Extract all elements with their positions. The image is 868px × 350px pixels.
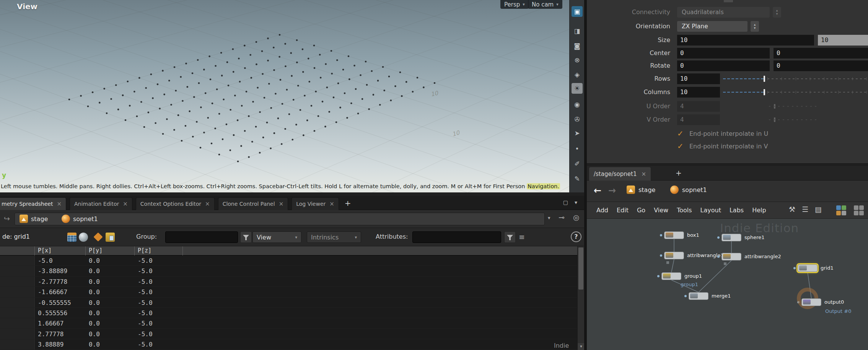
orientation-spinner[interactable]: ▴▾ [751,21,759,32]
pin-pane-icon[interactable]: ⊸ [559,213,565,221]
pane-tab[interactable]: Clone Control Panel× [218,197,288,210]
connectivity-dropdown[interactable]: Quadrilaterals [677,7,770,18]
attributes-filter-button[interactable] [504,231,516,243]
points-mode-icon[interactable] [67,233,77,242]
node-flag[interactable] [793,267,796,269]
spreadsheet-row[interactable]: -0.5555550.0-5.0 [0,298,577,308]
checkbox-endpoint-v[interactable]: ✓ [677,142,684,151]
spreadsheet-row[interactable]: 2.777780.0-5.0 [0,329,577,339]
marker-icon[interactable]: • [572,143,583,154]
menu-edit[interactable]: Edit [612,202,633,219]
node-body[interactable] [664,231,684,239]
detail-mode-icon[interactable] [106,233,115,242]
node-body[interactable] [721,234,741,241]
size-y-field[interactable]: 10 [818,35,868,46]
spreadsheet-row[interactable]: -3.888890.0-5.0 [0,266,577,276]
scroll-down-icon[interactable]: ▾ [578,343,585,350]
new-network-tab-button[interactable]: + [676,169,682,177]
col-header-px[interactable]: P[x] [35,246,86,256]
node-flag[interactable] [660,254,662,257]
camera-icon[interactable]: ◉ [572,99,583,110]
help-button[interactable]: ? [571,231,581,242]
pane-splitter[interactable] [584,0,587,350]
group-filter-button[interactable] [240,231,252,243]
pane-maximize-icon[interactable]: ▢ [563,199,568,205]
col-header-pz[interactable]: P[z] [135,246,183,256]
node-flag[interactable] [657,275,660,277]
rotate-y-field[interactable]: 0 [774,60,868,71]
menu-labs[interactable]: Labs [725,202,748,219]
pane-layout-icon[interactable] [854,205,864,215]
node-body[interactable] [798,264,818,272]
hide-other-objects-icon[interactable]: ⊗ [572,55,583,65]
spreadsheet-row[interactable]: -1.666670.0-5.0 [0,287,577,297]
view-pivot-icon[interactable]: ◈ [572,69,583,80]
scene-view-icon[interactable]: ◨ [572,26,583,36]
camera-menu-button[interactable]: No cam ▾ [528,0,562,9]
slider-handle[interactable] [764,89,765,95]
scene-viewport[interactable]: View Persp ▾ No cam ▾ 10 10 y Left mouse… [0,0,569,192]
menu-layout[interactable]: Layout [696,202,725,219]
scrollbar-thumb[interactable] [578,247,583,290]
back-icon[interactable]: ← [594,185,601,196]
col-header-index[interactable] [0,246,35,256]
snapping-icon[interactable]: ➤ [572,128,583,138]
node-body[interactable] [721,253,741,260]
columns-slider[interactable] [723,89,868,96]
close-icon[interactable]: × [329,200,334,207]
annotate-icon[interactable]: ✎ [572,173,583,184]
projection-menu-button[interactable]: Persp ▾ [500,0,529,9]
spreadsheet-row[interactable]: -5.00.0-5.0 [0,256,577,266]
network-editor[interactable]: Indie Edition box1sphere1attribwrangle1a… [587,219,868,350]
view-mode-select[interactable]: View ▾ [252,231,301,243]
lighting-icon[interactable]: ☀ [572,83,583,94]
center-y-field[interactable]: 0 [774,48,868,59]
vertices-mode-icon[interactable] [79,233,88,242]
center-x-field[interactable]: 0 [677,48,770,59]
spreadsheet-row[interactable]: 0.5555560.0-5.0 [0,308,577,318]
forward-icon[interactable]: → [608,185,616,196]
menu-add[interactable]: Add [592,202,612,219]
follow-target-icon[interactable]: ◎ [573,213,580,221]
spreadsheet-row[interactable]: 3.888890.0-5.0 [0,339,577,350]
pane-tab[interactable]: metry Spreadsheet× [0,197,66,210]
display-rows-icon[interactable]: ▤ [815,205,822,213]
intrinsics-select[interactable]: Intrinsics ▾ [307,231,361,243]
technical-tools-icon[interactable]: ⚒ [789,205,795,213]
node-flag[interactable] [684,295,687,297]
path-item-stage[interactable]: stage [627,186,655,194]
node-body[interactable] [689,292,708,300]
node-flag[interactable] [660,234,662,236]
size-x-field[interactable]: 10 [677,35,814,46]
new-tab-button[interactable]: + [342,199,353,210]
node-flag[interactable] [717,236,720,239]
node-body[interactable] [664,252,684,259]
pane-layout-color-icon[interactable] [836,205,846,215]
menu-help[interactable]: Help [748,202,770,219]
close-icon[interactable]: × [57,200,62,207]
checkbox-endpoint-u[interactable]: ✓ [677,129,684,138]
columns-field[interactable]: 10 [677,87,720,98]
pane-tab[interactable]: Log Viewer× [292,197,339,210]
spreadsheet-row[interactable]: 1.666670.0-5.0 [0,318,577,329]
prims-mode-icon[interactable] [93,232,103,241]
lock-camera-icon[interactable]: ◙ [572,41,583,51]
object-appearance-icon[interactable]: ✇ [572,114,583,125]
orientation-dropdown[interactable]: ZX Plane [677,21,747,32]
close-icon[interactable]: × [641,171,646,177]
network-path-tab[interactable]: /stage/sopnet1 × [589,167,651,181]
sort-icon[interactable]: ≡ [519,233,525,241]
menu-tools[interactable]: Tools [673,202,696,219]
crumb-stage[interactable]: stage [20,215,48,223]
rows-slider[interactable] [723,75,868,82]
rotate-x-field[interactable]: 0 [677,60,770,71]
pane-tab[interactable]: Animation Editor× [70,197,132,210]
node-flag[interactable] [717,256,720,258]
pane-menu-caret-icon[interactable]: ▾ [575,199,577,205]
scrollbar[interactable]: ▾ [577,246,584,350]
attributes-input[interactable] [412,231,501,243]
brush-icon[interactable]: ✐ [572,158,583,169]
caret-down-icon[interactable]: ▾ [548,215,550,221]
close-icon[interactable]: × [205,200,210,207]
rows-field[interactable]: 10 [677,73,720,84]
